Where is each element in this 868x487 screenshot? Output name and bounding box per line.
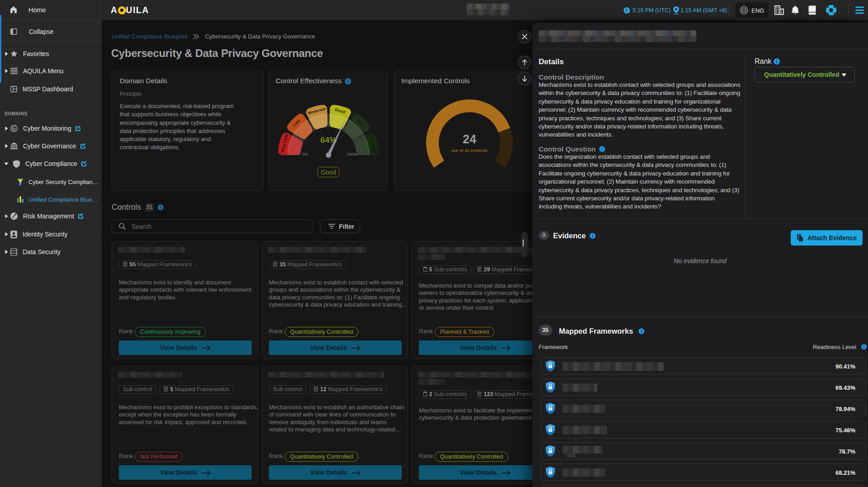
svg-text:24: 24: [463, 132, 476, 146]
svg-text:0%: 0%: [302, 151, 308, 156]
svg-text:out of 31 controls: out of 31 controls: [451, 148, 488, 153]
svg-text:100%: 100%: [346, 151, 357, 156]
